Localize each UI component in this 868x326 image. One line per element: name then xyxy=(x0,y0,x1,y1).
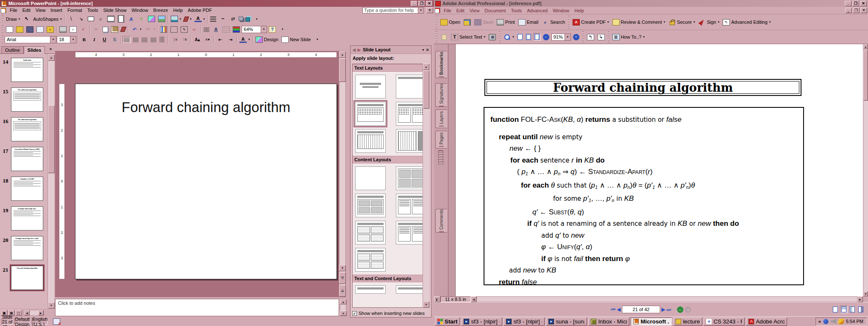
color-grayscale-button[interactable] xyxy=(231,25,241,34)
diagram-button[interactable]: ✳ xyxy=(136,15,146,23)
menu-window[interactable]: Window xyxy=(550,7,572,14)
open-button[interactable] xyxy=(15,25,25,34)
pane-resize-handle[interactable] xyxy=(438,150,443,165)
insert-hyperlink-button[interactable]: ∞ xyxy=(189,25,199,34)
menu-window[interactable]: Window xyxy=(129,7,150,14)
zoom-tool-button[interactable]: ▾ xyxy=(502,33,515,41)
taskbar-button-microsoft[interactable]: Microsoft ... xyxy=(631,318,672,326)
slide-thumbnail-15[interactable]: The unification algorithm xyxy=(11,87,43,112)
toolbar-options-icon[interactable]: ▾ xyxy=(312,36,322,44)
organizer-button[interactable] xyxy=(462,18,472,26)
fit-page-button[interactable] xyxy=(525,33,532,41)
hscroll-track[interactable] xyxy=(476,296,857,302)
scrollbar-thumb[interactable] xyxy=(863,50,868,101)
expand-all-button[interactable]: ↕ xyxy=(202,26,211,33)
scroll-down-icon[interactable]: ▼ xyxy=(423,301,429,308)
slide-title-text[interactable]: Forward chaining algorithm xyxy=(75,99,337,115)
taskbar-button-lecture[interactable]: lecture xyxy=(673,318,702,326)
line-style-button[interactable] xyxy=(209,16,217,22)
minimize-button[interactable]: _ xyxy=(411,1,417,6)
zoom-level-combo[interactable]: 91%▾ xyxy=(551,34,571,41)
menu-insert[interactable]: Insert xyxy=(48,7,65,14)
pdf-page[interactable]: Forward chaining algorithm function FOL-… xyxy=(455,44,863,296)
next-view-button[interactable]: ↳ xyxy=(596,33,606,41)
hand-tool-button[interactable] xyxy=(439,33,449,41)
layout-content[interactable] xyxy=(396,166,426,190)
zoom-out-button[interactable]: − xyxy=(542,33,551,41)
facing-view-button[interactable] xyxy=(857,306,865,313)
wordart-button[interactable]: A xyxy=(126,15,136,23)
review-comment-button[interactable]: Review & Comment▾ xyxy=(611,18,667,26)
toolbar-grip[interactable] xyxy=(436,31,437,42)
slide-thumbnail-16[interactable]: The unification algorithm xyxy=(11,117,43,141)
how-to-button[interactable]: ≣How To..?▾ xyxy=(611,33,646,41)
fit-width-button[interactable] xyxy=(533,33,541,41)
email-button[interactable]: Email xyxy=(517,18,540,26)
menu-edit[interactable]: Edit xyxy=(20,7,33,14)
layout-title-text-and-content[interactable] xyxy=(355,285,386,294)
scroll-up-icon[interactable]: ▲ xyxy=(339,51,346,58)
create-pdf-button[interactable]: ACreate PDF▾ xyxy=(571,18,610,26)
insert-chart-button[interactable] xyxy=(159,25,169,34)
slide-thumbnail-21[interactable]: Forward chaining algorithm xyxy=(11,266,43,290)
insert-picture-button[interactable] xyxy=(157,15,167,23)
toolbar-grip[interactable] xyxy=(2,36,3,43)
thumbnail-scrollbar[interactable]: ▲ ▼ xyxy=(47,54,54,309)
volume-tray-icon[interactable] xyxy=(831,319,836,324)
pane-close-icon[interactable]: ✕ xyxy=(48,47,53,52)
scrollbar-thumb[interactable] xyxy=(48,105,55,173)
layout-title-and-2col-text[interactable] xyxy=(396,102,426,126)
advanced-editing-button[interactable]: ↖Advanced Editing▾ xyxy=(721,18,772,26)
font-size-combo-dropdown-icon[interactable]: ▾ xyxy=(70,37,76,43)
insert-table-button[interactable] xyxy=(169,25,179,34)
taskbar-button-inbox-micro[interactable]: Inbox - Micro... xyxy=(588,318,629,326)
minimize-button[interactable]: _ xyxy=(845,1,851,6)
previous-slide-button[interactable]: ⇈ xyxy=(339,272,346,284)
cut-button[interactable]: ✂ xyxy=(91,25,101,34)
increase-font-size-button[interactable]: A▴ xyxy=(192,36,202,44)
show-grid-button[interactable] xyxy=(221,25,231,34)
menu-tools[interactable]: Tools xyxy=(509,7,525,14)
slide-thumbnail-19[interactable]: Example knowledge base xyxy=(11,206,43,230)
font-size-combo[interactable]: 18▾ xyxy=(57,36,76,43)
select-objects-button[interactable]: ↖ xyxy=(22,15,31,23)
layout-vertical-title-and-text[interactable] xyxy=(396,129,426,153)
help-button[interactable]: ? xyxy=(267,25,277,34)
slide-thumbnail-14[interactable]: Unification xyxy=(11,58,43,82)
slide-thumbnail-18[interactable]: Soundness of GMP xyxy=(11,177,43,201)
open-button[interactable]: Open xyxy=(439,18,462,26)
scroll-down-icon[interactable]: ▼ xyxy=(863,291,868,296)
scroll-down-icon[interactable]: ▼ xyxy=(339,265,346,271)
tray-chevron-icon[interactable]: « xyxy=(818,319,821,324)
print-button[interactable]: Print xyxy=(495,18,516,26)
tab-layers[interactable]: Layers xyxy=(435,110,447,128)
ask-a-question-input[interactable]: Type a question for help xyxy=(362,7,418,14)
close-document-button[interactable]: ✕ xyxy=(860,8,867,13)
taskbar-button-cs-3243-fo[interactable]: eCS 3243 - Fo... xyxy=(704,318,745,326)
notes-pane[interactable]: Click to add notes xyxy=(55,299,339,316)
pane-forward-icon[interactable]: ▶ xyxy=(357,47,361,53)
font-name-combo-dropdown-icon[interactable]: ▾ xyxy=(50,37,56,43)
menu-file[interactable]: File xyxy=(441,7,454,14)
new-slide-button[interactable]: New Slide xyxy=(280,36,312,44)
taskbar-button-sf3-nlpir-f[interactable]: ▸sf3 - [nlpir] - F... xyxy=(504,318,545,326)
scroll-down-icon[interactable]: ▼ xyxy=(340,311,347,316)
tab-outline[interactable]: Outline xyxy=(1,46,24,53)
last-page-icon[interactable]: ⏭ xyxy=(667,306,671,312)
menu-document[interactable]: Document xyxy=(482,7,508,14)
status-design-template[interactable]: Default Design xyxy=(14,318,30,325)
show-formatting-button[interactable]: A xyxy=(211,25,221,34)
minimize-document-button[interactable]: _ xyxy=(845,8,852,13)
vertical-text-direction-button[interactable] xyxy=(158,36,167,43)
slide-design-button[interactable]: Design xyxy=(254,36,280,44)
winamp-tray-icon[interactable] xyxy=(838,319,845,324)
scroll-up-icon[interactable]: ▲ xyxy=(340,299,347,304)
layout-title-and-vertical-text[interactable] xyxy=(355,129,386,153)
restore-button[interactable]: ❐ xyxy=(418,1,425,6)
spelling-button[interactable]: ✓ xyxy=(78,25,88,34)
font-color-button[interactable]: A▾ xyxy=(193,15,206,23)
previous-page-icon[interactable]: ◀ xyxy=(617,306,620,312)
start-button[interactable]: Start xyxy=(435,318,460,326)
tab-slides[interactable]: Slides xyxy=(24,46,45,54)
tab-bookmarks[interactable]: Bookmarks xyxy=(435,51,447,78)
